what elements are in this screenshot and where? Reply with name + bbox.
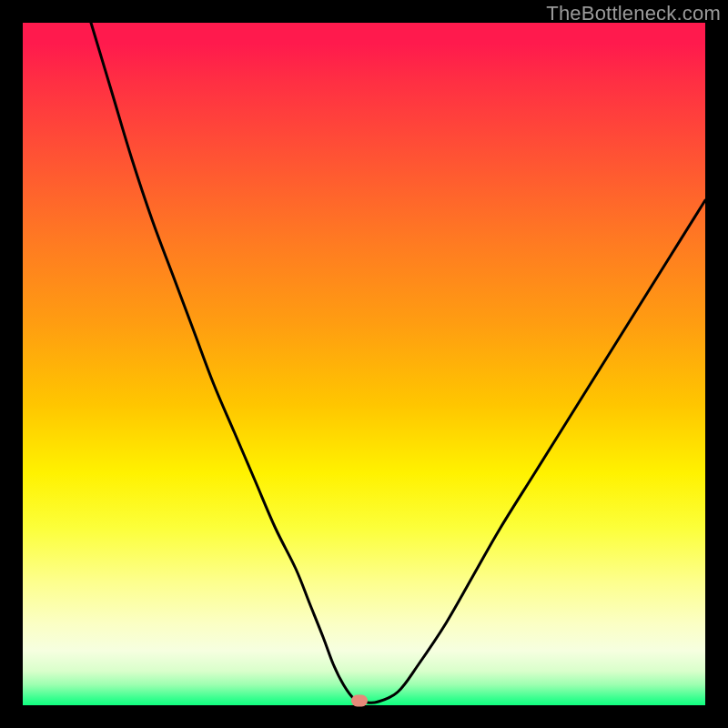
- optimal-point-marker: [351, 694, 368, 706]
- chart-svg: [23, 23, 705, 705]
- chart-plot-area: [23, 23, 705, 705]
- chart-frame: TheBottleneck.com: [0, 0, 728, 728]
- bottleneck-curve: [91, 23, 705, 703]
- watermark-text: TheBottleneck.com: [546, 2, 721, 25]
